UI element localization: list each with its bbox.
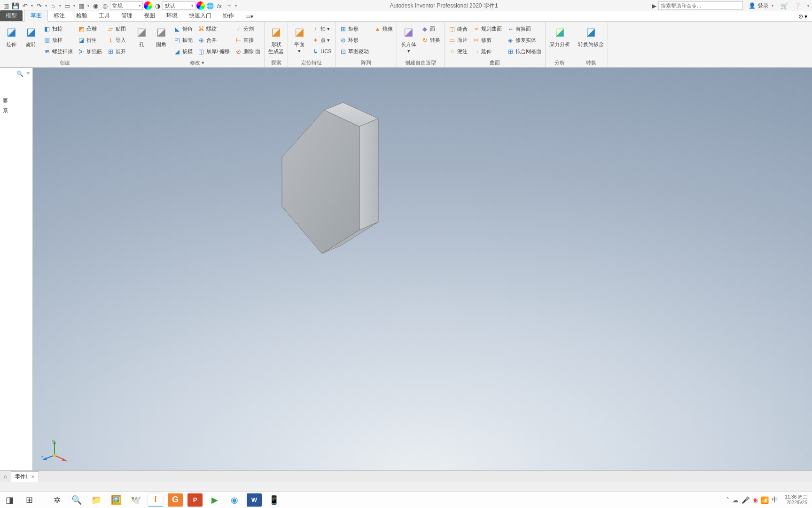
- close-icon[interactable]: ✕: [31, 474, 35, 479]
- ribbon-small-button[interactable]: ↳UCS: [311, 46, 332, 56]
- color-wheel2-icon[interactable]: [196, 1, 205, 10]
- qat-more-dropdown[interactable]: ▾: [234, 4, 238, 8]
- doc-home-button[interactable]: ⌂: [0, 472, 11, 481]
- tray-clock[interactable]: 11:36 周三 2022/5/25: [785, 494, 807, 506]
- ribbon-small-button[interactable]: ◆面: [420, 24, 441, 34]
- plus-icon[interactable]: ＋: [225, 1, 233, 10]
- ribbon-big-button[interactable]: ◪转换为钣金: [577, 24, 605, 49]
- new-icon[interactable]: ▦: [77, 1, 86, 10]
- tab-view[interactable]: 视图: [138, 10, 161, 21]
- file-menu-icon[interactable]: ▥: [2, 1, 10, 10]
- cart-icon[interactable]: 🛒: [780, 1, 789, 10]
- ribbon-big-button[interactable]: ◪孔: [133, 24, 150, 49]
- material-icon[interactable]: ◎: [101, 1, 109, 10]
- login-button[interactable]: 👤 登录 ▾: [749, 2, 774, 10]
- ribbon-small-button[interactable]: ⊢直接: [234, 35, 261, 45]
- ribbon-small-button[interactable]: ◫加厚/ 偏移: [196, 46, 231, 56]
- ribbon-small-button[interactable]: ◫缝合: [447, 24, 468, 34]
- tray-ime-icon[interactable]: 中: [772, 496, 778, 504]
- taskbar-play-icon[interactable]: ▶: [207, 493, 222, 507]
- ribbon-small-button[interactable]: ◢拔模: [172, 46, 194, 56]
- tab-tools[interactable]: 工具: [93, 10, 116, 21]
- undo-icon[interactable]: ↶: [21, 1, 29, 10]
- open-icon[interactable]: ▭: [63, 1, 71, 10]
- measure-icon[interactable]: 🌐: [206, 1, 214, 10]
- ribbon-small-button[interactable]: ◈修复实体: [506, 35, 542, 45]
- taskbar-app-icon[interactable]: ◨: [2, 493, 17, 507]
- properties-icon[interactable]: ◉: [91, 1, 100, 10]
- tab-collaborate[interactable]: 协作: [217, 10, 240, 21]
- ribbon-small-button[interactable]: ⊞展开: [106, 46, 127, 56]
- taskbar-bird-icon[interactable]: 🕊️: [128, 493, 143, 507]
- taskbar-inventor-icon[interactable]: I: [148, 493, 163, 507]
- tab-sketch[interactable]: 草图: [24, 10, 48, 22]
- help-search-input[interactable]: [658, 1, 743, 10]
- ribbon-small-button[interactable]: ⊘删除 面: [234, 46, 261, 56]
- fx-icon[interactable]: fx: [215, 1, 224, 10]
- tray-app-icon[interactable]: ◉: [752, 496, 758, 504]
- ribbon-big-button[interactable]: ◪形状 生成器: [267, 24, 285, 56]
- login-dropdown[interactable]: ▾: [771, 4, 774, 8]
- tab-file[interactable]: 模型: [0, 10, 23, 21]
- taskbar-browser-icon[interactable]: ◉: [227, 493, 242, 507]
- taskbar-phone-icon[interactable]: 📱: [266, 493, 281, 507]
- model-browser[interactable]: 🔍 ≡ 要 系: [0, 68, 33, 470]
- home-dropdown[interactable]: ▾: [58, 4, 62, 8]
- viewport[interactable]: y x z: [33, 68, 812, 470]
- taskbar-search-icon[interactable]: 🔍: [69, 493, 84, 507]
- undo-dropdown[interactable]: ▾: [30, 4, 34, 8]
- ribbon-small-button[interactable]: /轴 ▾: [311, 24, 332, 34]
- home-icon[interactable]: ⌂: [49, 1, 57, 10]
- tray-wifi-icon[interactable]: 📶: [761, 496, 769, 504]
- ribbon-small-button[interactable]: ▱贴图: [106, 24, 127, 34]
- doc-tab-active[interactable]: 零件1 ✕: [11, 471, 39, 482]
- tray-chevron-up-icon[interactable]: ˄: [726, 496, 729, 504]
- tab-environment[interactable]: 环境: [161, 10, 183, 21]
- tab-appearance-toggle[interactable]: ▭▾: [240, 12, 259, 21]
- tab-quickstart[interactable]: 快速入门: [183, 10, 217, 21]
- tray-cloud-icon[interactable]: ☁: [732, 496, 739, 504]
- ribbon-big-button[interactable]: ◪拉伸: [3, 24, 20, 49]
- ribbon-small-button[interactable]: ✦点 ▾: [311, 35, 332, 45]
- taskbar-fan-icon[interactable]: ✲: [49, 493, 64, 507]
- taskbar-powerpoint-icon[interactable]: P: [187, 493, 203, 507]
- ribbon-small-button[interactable]: ⟋分割: [234, 24, 261, 34]
- ribbon-small-button[interactable]: ⊡草图驱动: [338, 46, 370, 56]
- solid-model[interactable]: [268, 101, 399, 261]
- ribbon-small-button[interactable]: ◩凸雕: [77, 24, 103, 34]
- browser-node[interactable]: 要: [2, 96, 31, 106]
- appearance-combo[interactable]: 默认: [163, 1, 195, 10]
- open-dropdown[interactable]: ▾: [72, 4, 76, 8]
- ribbon-small-button[interactable]: ○灌注: [447, 46, 468, 56]
- tray-mic-icon[interactable]: 🎤: [742, 496, 750, 504]
- ribbon-small-button[interactable]: ↔替换面: [506, 24, 542, 34]
- ribbon-big-button[interactable]: ◪平面 ▾: [291, 24, 308, 55]
- ribbon-big-button[interactable]: ◪应力分析: [548, 24, 571, 49]
- ribbon-small-button[interactable]: →延伸: [471, 46, 503, 56]
- ribbon-big-button[interactable]: ◪长方体 ▾: [400, 24, 417, 55]
- ribbon-small-button[interactable]: ◰抽壳: [172, 35, 194, 45]
- help-icon[interactable]: ❔: [793, 1, 802, 10]
- help-dropdown[interactable]: ▾: [806, 4, 810, 8]
- ribbon-small-button[interactable]: ▥放样: [42, 35, 74, 45]
- appearance-icon[interactable]: ◑: [153, 1, 162, 10]
- ribbon-expand-button[interactable]: ⊙ ▾: [794, 12, 812, 21]
- ribbon-small-button[interactable]: ⊞矩形: [338, 24, 370, 34]
- ribbon-small-button[interactable]: ↻转换: [420, 35, 441, 45]
- ribbon-small-button[interactable]: ⊞拟合网格面: [506, 46, 542, 56]
- taskbar-taskview-icon[interactable]: ⊞: [22, 493, 37, 507]
- taskbar-word-icon[interactable]: W: [247, 493, 262, 507]
- redo-dropdown[interactable]: ▾: [44, 4, 48, 8]
- ribbon-small-button[interactable]: ✂修剪: [471, 35, 503, 45]
- ribbon-small-button[interactable]: ◣倒角: [172, 24, 194, 34]
- ribbon-small-button[interactable]: ⌘螺纹: [196, 24, 231, 34]
- ribbon-big-button[interactable]: ◪旋转: [23, 24, 39, 49]
- browser-search-icon[interactable]: 🔍: [16, 71, 23, 77]
- color-wheel-icon[interactable]: [144, 1, 152, 10]
- search-arrow-icon[interactable]: ▶: [650, 1, 658, 10]
- ribbon-small-button[interactable]: ⊕合并: [196, 35, 231, 45]
- ribbon-small-button[interactable]: ⫸加强筋: [77, 46, 103, 56]
- ribbon-big-button[interactable]: ◪圆角: [153, 24, 170, 49]
- ribbon-small-button[interactable]: ≋螺旋扫掠: [42, 46, 74, 56]
- redo-icon[interactable]: ↷: [35, 1, 43, 10]
